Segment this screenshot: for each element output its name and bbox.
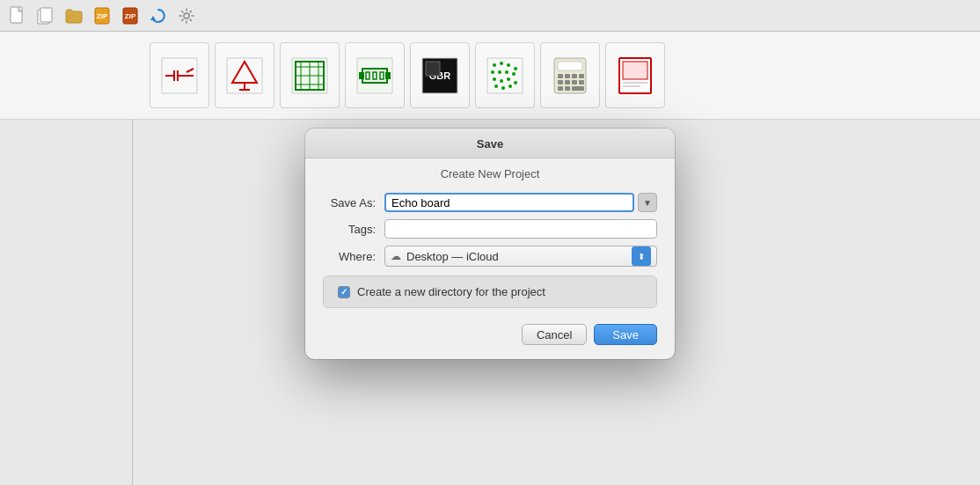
- where-select[interactable]: ☁ Desktop — iCloud ⬍: [384, 246, 657, 267]
- refresh-icon[interactable]: [146, 4, 171, 28]
- top-toolbar: ZIP ZIP: [0, 0, 980, 32]
- save-dialog: Save Create New Project Save As: ▼: [305, 129, 675, 359]
- settings-icon[interactable]: [174, 4, 199, 28]
- tags-label: Tags:: [323, 223, 384, 236]
- tags-row: Tags:: [323, 219, 657, 239]
- svg-point-43: [491, 70, 494, 74]
- checkbox-check-icon: ✓: [340, 287, 347, 297]
- tags-input[interactable]: [384, 219, 657, 239]
- checkbox-row: ✓ Create a new directory for the project: [323, 276, 657, 308]
- dialog-body: Save As: ▼ Tags: Where:: [305, 186, 675, 359]
- new-file-icon[interactable]: [5, 4, 30, 28]
- create-directory-label: Create a new directory for the project: [357, 285, 545, 298]
- where-dropdown-arrow: ⬍: [632, 246, 651, 266]
- pcb-editor-btn[interactable]: [280, 42, 340, 108]
- svg-point-53: [508, 85, 512, 88]
- svg-rect-64: [558, 86, 563, 91]
- svg-point-52: [501, 86, 505, 90]
- where-label: Where:: [323, 250, 384, 263]
- footprint-editor-btn[interactable]: [345, 42, 405, 108]
- svg-rect-62: [572, 80, 577, 85]
- svg-point-40: [500, 62, 503, 65]
- dialog-overlay: Save Create New Project Save As: ▼: [0, 120, 980, 485]
- svg-point-8: [184, 13, 189, 18]
- svg-rect-61: [565, 80, 570, 85]
- svg-point-49: [507, 77, 510, 81]
- dialog-subtitle: Create New Project: [305, 158, 675, 186]
- where-row: Where: ☁ Desktop — iCloud ⬍: [323, 246, 657, 267]
- save-as-input[interactable]: [384, 193, 634, 212]
- svg-point-46: [512, 72, 516, 76]
- svg-rect-30: [359, 72, 364, 79]
- svg-text:ZIP: ZIP: [97, 12, 108, 20]
- svg-rect-65: [565, 86, 570, 91]
- svg-rect-31: [385, 72, 391, 79]
- save-as-input-wrap: ▼: [384, 193, 657, 212]
- tags-input-wrap: [384, 219, 657, 239]
- copy-icon[interactable]: [33, 4, 58, 28]
- svg-point-48: [500, 79, 503, 83]
- svg-marker-7: [150, 16, 156, 20]
- folder-open-icon[interactable]: [62, 4, 86, 28]
- svg-rect-68: [623, 62, 647, 79]
- svg-rect-59: [579, 74, 584, 78]
- dialog-title: Save: [477, 137, 503, 151]
- svg-rect-57: [565, 74, 570, 78]
- svg-rect-55: [558, 62, 582, 70]
- dialog-subtitle-text: Create New Project: [441, 167, 540, 180]
- cloud-icon: ☁: [391, 250, 401, 262]
- save-as-label: Save As:: [323, 196, 384, 209]
- svg-rect-2: [40, 8, 52, 22]
- svg-rect-37: [426, 62, 440, 76]
- secondary-toolbar: GBR: [0, 32, 980, 120]
- gerber-viewer-btn[interactable]: GBR: [410, 42, 470, 108]
- svg-rect-63: [579, 80, 584, 85]
- save-as-dropdown-btn[interactable]: ▼: [638, 193, 657, 212]
- svg-point-51: [494, 85, 498, 88]
- zip-add-icon[interactable]: ZIP: [90, 4, 114, 28]
- save-button[interactable]: Save: [594, 324, 657, 345]
- symbol-editor-btn[interactable]: [215, 42, 274, 108]
- svg-point-44: [498, 70, 501, 74]
- svg-point-42: [514, 67, 517, 70]
- dialog-titlebar: Save: [305, 129, 675, 158]
- svg-point-50: [514, 81, 517, 85]
- svg-point-39: [493, 63, 496, 67]
- svg-point-47: [493, 77, 496, 81]
- zip-extract-icon[interactable]: ZIP: [118, 4, 143, 28]
- page-layout-btn[interactable]: [605, 42, 665, 108]
- cancel-button[interactable]: Cancel: [522, 324, 587, 345]
- save-as-row: Save As: ▼: [323, 193, 657, 212]
- create-directory-checkbox[interactable]: ✓: [338, 286, 350, 298]
- svg-rect-66: [572, 86, 584, 91]
- svg-rect-60: [558, 80, 563, 85]
- schematic-editor-btn[interactable]: [150, 42, 209, 108]
- svg-point-41: [507, 63, 510, 67]
- svg-point-45: [505, 70, 508, 74]
- render-btn[interactable]: [475, 42, 535, 108]
- calculator-btn[interactable]: [540, 42, 600, 108]
- svg-rect-56: [558, 74, 563, 78]
- svg-text:ZIP: ZIP: [125, 12, 136, 20]
- button-row: Cancel Save: [323, 317, 657, 349]
- svg-rect-58: [572, 74, 577, 78]
- where-select-text: Desktop — iCloud: [406, 250, 626, 263]
- where-select-wrap: ☁ Desktop — iCloud ⬍: [384, 246, 657, 267]
- main-content: Save Create New Project Save As: ▼: [0, 120, 980, 485]
